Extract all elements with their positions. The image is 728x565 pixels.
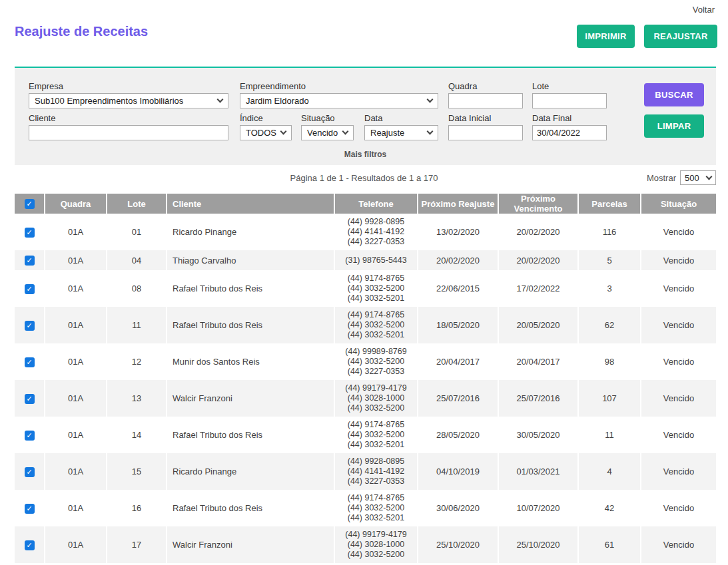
- column-header-situacao: Situação: [641, 194, 716, 214]
- mostrar-label: Mostrar: [647, 173, 676, 183]
- row-checkbox[interactable]: ✓: [25, 256, 35, 266]
- indice-select[interactable]: TODOS: [240, 125, 292, 140]
- reajustar-button[interactable]: REAJUSTAR: [644, 25, 717, 48]
- quadra-cell: 01A: [45, 214, 107, 250]
- row-checkbox[interactable]: ✓: [25, 540, 35, 550]
- quadra-cell: 01A: [45, 250, 107, 270]
- parcelas-cell: 5: [578, 250, 641, 270]
- data-inicial-input[interactable]: [448, 125, 523, 140]
- data-select[interactable]: Reajuste: [364, 125, 438, 140]
- data-inicial-group: Data Inicial: [448, 113, 523, 140]
- proximo-reajuste-cell: 20/04/2017: [418, 343, 498, 380]
- page-size-select[interactable]: 500: [680, 170, 716, 185]
- indice-label: Índice: [240, 113, 292, 123]
- proximo-reajuste-cell: 25/07/2016: [418, 380, 498, 417]
- check-icon: ✓: [25, 394, 35, 404]
- telefone-cell: (44) 9174-8765(44) 3032-5200(44) 3032-52…: [334, 307, 418, 343]
- limpar-button[interactable]: LIMPAR: [644, 114, 704, 138]
- filter-panel: Empresa Sub100 Empreendimentos Imobiliár…: [15, 67, 716, 165]
- telefone-line: (44) 3032-5201: [338, 513, 414, 523]
- select-all-checkbox[interactable]: ✓: [25, 199, 35, 209]
- empresa-group: Empresa Sub100 Empreendimentos Imobiliár…: [29, 81, 228, 108]
- check-icon: ✓: [25, 256, 35, 266]
- situacao-group: Situação Vencido: [301, 113, 354, 140]
- proximo-vencimento-cell: 20/02/2020: [498, 214, 578, 250]
- data-final-group: Data Final: [532, 113, 607, 140]
- lote-cell: 01: [107, 214, 167, 250]
- data-final-input[interactable]: [532, 125, 607, 140]
- telefone-line: (44) 9174-8765: [338, 310, 414, 320]
- situacao-cell: Vencido: [641, 417, 716, 453]
- parcelas-cell: 61: [578, 526, 641, 563]
- telefone-line: (44) 3227-0353: [338, 476, 414, 486]
- telefone-line: (44) 3227-0353: [338, 237, 414, 247]
- cliente-cell: Ricardo Pinange: [167, 214, 334, 250]
- row-checkbox[interactable]: ✓: [25, 467, 35, 477]
- quadra-cell: 01A: [45, 453, 107, 490]
- cliente-cell: Rafael Tributo dos Reis: [167, 490, 334, 526]
- column-header-quadra: Quadra: [45, 194, 107, 214]
- buscar-button[interactable]: BUSCAR: [644, 83, 704, 106]
- telefone-line: (44) 3032-5200: [338, 357, 414, 367]
- page-title: Reajuste de Receitas: [15, 24, 148, 39]
- data-inicial-label: Data Inicial: [448, 113, 523, 123]
- cliente-cell: Rafael Tributo dos Reis: [167, 307, 334, 343]
- voltar-link[interactable]: Voltar: [693, 5, 715, 15]
- column-header-cliente: Cliente: [167, 194, 334, 214]
- telefone-line: (44) 3032-5200: [338, 283, 414, 293]
- cliente-label: Cliente: [29, 113, 228, 123]
- table-row: ✓01A08Rafael Tributo dos Reis(44) 9174-8…: [15, 270, 716, 307]
- chevron-down-icon: [280, 128, 287, 135]
- row-checkbox[interactable]: ✓: [25, 321, 35, 331]
- row-checkbox[interactable]: ✓: [25, 284, 35, 294]
- telefone-cell: (44) 9174-8765(44) 3032-5200(44) 3032-52…: [334, 490, 418, 526]
- telefone-line: (44) 9174-8765: [338, 493, 414, 503]
- telefone-line: (44) 3032-5201: [338, 293, 414, 303]
- empresa-select[interactable]: Sub100 Empreendimentos Imobiliários: [29, 93, 228, 108]
- quadra-label: Quadra: [448, 81, 523, 91]
- page-size-value: 500: [685, 173, 699, 183]
- telefone-line: (44) 3032-5201: [338, 330, 414, 340]
- row-checkbox[interactable]: ✓: [25, 504, 35, 514]
- check-icon: ✓: [25, 504, 35, 514]
- cliente-cell: Ricardo Pinange: [167, 453, 334, 490]
- situacao-cell: Vencido: [641, 526, 716, 563]
- lote-input[interactable]: [532, 93, 607, 108]
- cliente-input[interactable]: [29, 125, 228, 140]
- telefone-line: (44) 9174-8765: [338, 420, 414, 430]
- telefone-line: (44) 3032-5200: [338, 550, 414, 560]
- situacao-select[interactable]: Vencido: [301, 125, 354, 140]
- chevron-down-icon: [217, 96, 224, 103]
- table-row: ✓01A12Munir dos Santos Reis(44) 99989-87…: [15, 343, 716, 380]
- imprimir-button[interactable]: IMPRIMIR: [577, 25, 635, 48]
- proximo-vencimento-cell: 20/05/2020: [498, 307, 578, 343]
- empresa-label: Empresa: [29, 81, 228, 91]
- check-icon: ✓: [25, 284, 35, 294]
- row-checkbox[interactable]: ✓: [25, 431, 35, 441]
- cliente-cell: Rafael Tributo dos Reis: [167, 270, 334, 307]
- chevron-down-icon: [427, 96, 434, 103]
- empreendimento-select[interactable]: Jardim Eldorado: [240, 93, 438, 108]
- lote-cell: 04: [107, 250, 167, 270]
- row-checkbox-cell: ✓: [15, 380, 45, 417]
- quadra-input[interactable]: [448, 93, 523, 108]
- column-header-proximo-reajuste: Próximo Reajuste: [418, 194, 498, 214]
- reajuste-de-receitas-page: Voltar Reajuste de Receitas IMPRIMIR REA…: [0, 0, 728, 565]
- lote-cell: 11: [107, 307, 167, 343]
- telefone-line: (31) 98765-5443: [338, 256, 414, 266]
- proximo-reajuste-cell: 13/02/2020: [418, 214, 498, 250]
- lote-cell: 15: [107, 453, 167, 490]
- quadra-cell: 01A: [45, 270, 107, 307]
- table-row: ✓01A11Rafael Tributo dos Reis(44) 9174-8…: [15, 307, 716, 343]
- proximo-vencimento-cell: 20/04/2017: [498, 343, 578, 380]
- telefone-line: (44) 9174-8765: [338, 274, 414, 283]
- telefone-cell: (44) 99179-4179(44) 3028-1000(44) 3032-5…: [334, 526, 418, 563]
- row-checkbox[interactable]: ✓: [25, 228, 35, 238]
- table-row: ✓01A17Walcir Franzoni(44) 99179-4179(44)…: [15, 526, 716, 563]
- chevron-down-icon: [342, 128, 349, 135]
- select-all-header-cell: ✓: [15, 194, 45, 214]
- row-checkbox[interactable]: ✓: [25, 357, 35, 367]
- row-checkbox[interactable]: ✓: [25, 394, 35, 404]
- mais-filtros-link[interactable]: Mais filtros: [15, 150, 716, 159]
- quadra-cell: 01A: [45, 343, 107, 380]
